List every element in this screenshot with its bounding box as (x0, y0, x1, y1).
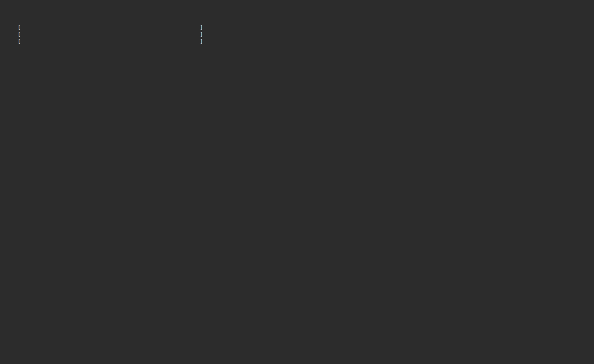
tasks-summary (128, 52, 131, 59)
bracket: ] (200, 38, 203, 45)
mem-gauge-bar (21, 31, 200, 38)
swap-gauge: [] (3, 38, 203, 45)
glances-terminal: [] [] [] (0, 0, 594, 364)
bracket: ] (200, 31, 203, 38)
bracket: ] (200, 24, 203, 31)
bracket: [ (18, 31, 21, 38)
cpu-gauge-bar (21, 24, 200, 31)
mem-gauge-label (3, 31, 18, 38)
bracket: [ (18, 38, 21, 45)
cpu-gauge: [] (3, 24, 203, 31)
swap-gauge-bar (21, 38, 200, 45)
mem-gauge: [] (3, 31, 203, 38)
bracket: [ (18, 24, 21, 31)
swap-gauge-label (3, 38, 18, 45)
cpu-gauge-label (3, 24, 18, 31)
